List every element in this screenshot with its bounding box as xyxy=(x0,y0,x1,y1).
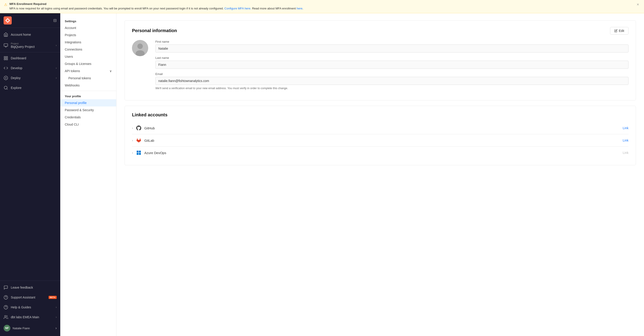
sidebar-item-support-assistant[interactable]: Support Assistant BETA xyxy=(0,292,60,302)
banner-text: MFA is now required for all logins using… xyxy=(10,6,634,11)
settings-nav-cloud-cli[interactable]: Cloud CLI xyxy=(60,121,116,128)
sidebar-bottom: Leave feedback Support Assistant BETA xyxy=(0,281,60,336)
home-icon xyxy=(4,32,8,37)
settings-nav-connections[interactable]: Connections xyxy=(60,46,116,53)
svg-rect-22 xyxy=(137,151,138,153)
sidebar-item-label: Deploy xyxy=(11,76,53,80)
settings-sidebar: Settings Account Projects Integrations C… xyxy=(60,13,116,336)
settings-nav-projects[interactable]: Projects xyxy=(60,31,116,39)
svg-rect-5 xyxy=(4,56,6,58)
svg-rect-25 xyxy=(139,153,141,155)
gitlab-icon xyxy=(136,138,141,143)
sidebar-item-label: dbt labs EMEA Main xyxy=(11,315,53,319)
mfa-here-link[interactable]: here xyxy=(296,7,302,10)
linked-accounts-card: Linked accounts › GitHub Link › xyxy=(124,106,636,165)
linked-accounts-title: Linked accounts xyxy=(132,112,628,118)
project-sublabel: Project xyxy=(11,42,53,45)
user-avatar: NF xyxy=(4,325,10,332)
sidebar-item-dashboard[interactable]: Dashboard xyxy=(0,53,60,63)
svg-rect-24 xyxy=(137,153,138,155)
sidebar-item-deploy[interactable]: Deploy › xyxy=(0,73,60,83)
last-name-input[interactable] xyxy=(156,61,628,69)
user-name: Natalie Fiann xyxy=(12,327,53,330)
edit-button[interactable]: Edit xyxy=(610,27,628,35)
azure-devops-name: Azure DevOps xyxy=(144,151,620,155)
edit-icon xyxy=(614,29,618,32)
content-area: Settings Account Projects Integrations C… xyxy=(60,13,644,336)
settings-nav-personal-tokens[interactable]: Personal tokens xyxy=(60,75,116,82)
section-header: Personal information Edit xyxy=(132,27,628,35)
develop-icon xyxy=(4,66,8,70)
github-icon xyxy=(136,126,141,131)
user-profile-avatar xyxy=(132,40,148,56)
sidebar-item-leave-feedback[interactable]: Leave feedback xyxy=(0,283,60,292)
avatar-svg xyxy=(132,40,148,56)
api-tokens-chevron-icon: ∨ xyxy=(110,69,112,73)
personal-info-card: Personal information Edit xyxy=(124,20,636,101)
azure-devops-link-button: Link xyxy=(623,151,628,155)
svg-line-13 xyxy=(7,88,8,89)
svg-rect-23 xyxy=(139,151,141,153)
project-name: BigQuery Project xyxy=(11,45,53,48)
sidebar-item-label: Develop xyxy=(11,66,53,70)
form-fields: First name Last name Email We'll send a … xyxy=(156,40,628,94)
github-expand-icon[interactable]: › xyxy=(132,126,133,130)
sidebar-item-label: Support Assistant xyxy=(11,296,46,299)
sidebar-toggle-button[interactable]: ⊟ xyxy=(53,18,57,23)
banner-close-button[interactable]: × xyxy=(636,2,640,7)
feedback-icon xyxy=(4,285,8,290)
settings-nav-groups-licenses[interactable]: Groups & Licenses xyxy=(60,60,116,67)
beta-badge: BETA xyxy=(48,296,57,299)
first-name-label: First name xyxy=(156,40,628,43)
svg-point-18 xyxy=(4,316,6,317)
settings-nav-users[interactable]: Users xyxy=(60,53,116,60)
sidebar: ⊟ Account home Project Bi xyxy=(0,13,60,336)
svg-point-20 xyxy=(138,44,143,49)
sidebar-item-label: Help & Guides xyxy=(11,306,53,309)
azure-expand-icon[interactable]: › xyxy=(132,151,133,155)
help-chevron-icon: › xyxy=(56,306,57,309)
sidebar-item-project[interactable]: Project BigQuery Project › xyxy=(0,39,60,51)
sidebar-item-label: Dashboard xyxy=(11,56,57,60)
github-link-button[interactable]: Link xyxy=(623,126,628,130)
gitlab-link-button[interactable]: Link xyxy=(623,139,628,142)
support-icon xyxy=(4,295,8,300)
sidebar-item-label: Explore xyxy=(11,86,57,90)
settings-nav-integrations[interactable]: Integrations xyxy=(60,39,116,46)
mfa-banner: ⚠ MFA Enrollment Required MFA is now req… xyxy=(0,0,644,13)
org-chevron-icon: › xyxy=(56,316,57,319)
warning-icon: ⚠ xyxy=(4,2,7,7)
sidebar-item-org[interactable]: dbt labs EMEA Main › xyxy=(0,312,60,322)
sidebar-item-develop[interactable]: Develop › xyxy=(0,63,60,73)
help-icon xyxy=(4,305,8,310)
gitlab-expand-icon[interactable]: › xyxy=(132,139,133,142)
project-chevron-icon: › xyxy=(56,44,57,47)
linked-account-github: › GitHub Link xyxy=(132,122,628,134)
first-name-input[interactable] xyxy=(156,44,628,53)
github-name: GitHub xyxy=(144,126,620,130)
settings-nav-password-security[interactable]: Password & Security xyxy=(60,106,116,114)
org-icon xyxy=(4,315,8,319)
last-name-label: Last name xyxy=(156,56,628,59)
sidebar-item-label: Account home xyxy=(11,33,57,36)
email-label: Email xyxy=(156,72,628,76)
deploy-icon xyxy=(4,76,8,80)
sidebar-item-explore[interactable]: Explore xyxy=(0,83,60,93)
settings-nav-personal-profile[interactable]: Personal profile xyxy=(60,99,116,106)
settings-nav-webhooks[interactable]: Webhooks xyxy=(60,82,116,89)
user-chevron-icon: › xyxy=(56,326,57,330)
azure-devops-icon xyxy=(136,150,141,155)
sidebar-item-account-home[interactable]: Account home xyxy=(0,30,60,39)
sidebar-item-help-guides[interactable]: Help & Guides › xyxy=(0,302,60,312)
linked-account-gitlab: › GitLab Link xyxy=(132,134,628,147)
settings-nav-credentials[interactable]: Credentials xyxy=(60,114,116,121)
configure-mfa-link[interactable]: Configure MFA here. xyxy=(224,7,251,10)
your-profile-title: Your profile xyxy=(60,93,116,99)
settings-nav-api-tokens[interactable]: API tokens ∨ xyxy=(60,67,116,75)
dashboard-icon xyxy=(4,56,8,60)
settings-nav-account[interactable]: Account xyxy=(60,24,116,31)
email-input[interactable] xyxy=(156,77,628,85)
settings-section-title: Settings xyxy=(60,18,116,24)
sidebar-user[interactable]: NF Natalie Fiann › xyxy=(0,322,60,334)
personal-info-body: First name Last name Email We'll send a … xyxy=(132,40,628,94)
